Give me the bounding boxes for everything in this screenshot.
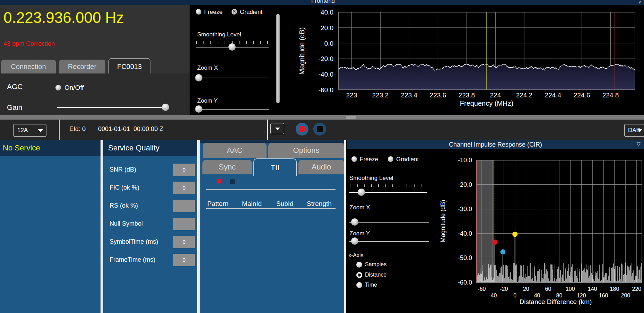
cir-collapse-icon[interactable]: ▽	[636, 141, 641, 147]
tii-col-mainid: MainId	[242, 200, 262, 208]
cir-xaxis-radio-time[interactable]	[356, 282, 362, 288]
tii-record-indicator-icon[interactable]	[217, 179, 222, 184]
vertical-splitter-handle[interactable]	[276, 14, 280, 103]
frontend-zoomx-handle[interactable]	[195, 74, 202, 81]
chevron-down-icon	[637, 129, 642, 132]
channel-value: 12A	[17, 127, 28, 134]
chevron-down-icon	[275, 128, 280, 130]
sq-label-fic: FIC (ok %)	[110, 184, 139, 191]
sq-value-nullsymbol	[173, 218, 195, 230]
frontend-zoomy-track[interactable]	[196, 109, 269, 110]
detail-panel: AAC Options Sync TII Audio Pattern MainI…	[200, 140, 344, 313]
detail-panel-top-strip	[200, 140, 344, 143]
collapse-chevron-icon[interactable]: ∨	[638, 0, 641, 5]
tuner-tab-content	[0, 73, 190, 115]
frontend-panel-titlebar: Frontend ∨	[0, 0, 644, 5]
gain-slider-handle[interactable]	[162, 104, 169, 111]
frontend-freeze-label: Freeze	[204, 9, 223, 16]
cir-xaxis-label-distance: Distance	[365, 272, 386, 278]
horizontal-splitter[interactable]	[0, 115, 644, 120]
cir-zoomx-label: Zoom X	[349, 204, 370, 211]
record-options-dropdown[interactable]	[270, 123, 284, 134]
frontend-gradient-checkbox[interactable]: ✕	[232, 9, 237, 15]
frontend-freeze-checkbox[interactable]	[196, 9, 201, 15]
service-quality-title: Service Quality	[108, 144, 159, 153]
frontend-zoomy-label: Zoom Y	[197, 97, 218, 104]
service-list-header: No Service	[0, 140, 101, 156]
cir-gradient-label: Gradient	[396, 156, 419, 163]
transport-divider	[59, 120, 60, 140]
tii-table-underline	[206, 208, 336, 209]
stop-icon	[317, 126, 323, 132]
channel-combobox[interactable]: 12A	[13, 124, 46, 137]
service-quality-header: Service Quality	[103, 140, 197, 156]
frontend-zoomx-track[interactable]	[196, 78, 269, 78]
panel-divider-2[interactable]	[197, 140, 200, 313]
tab-connection[interactable]: Connection	[1, 60, 56, 73]
tii-col-pattern: Pattern	[207, 200, 228, 208]
sq-value-rs	[173, 200, 195, 212]
cir-xaxis-radio-distance[interactable]	[356, 272, 362, 278]
frontend-panel-title: Frontend	[311, 0, 335, 5]
frontend-zoomy-handle[interactable]	[195, 105, 202, 113]
frontend-chart-zone	[190, 5, 644, 115]
tab-fc0013[interactable]: FC0013	[108, 58, 150, 73]
agc-label: AGC	[7, 82, 23, 91]
no-service-label: No Service	[3, 144, 40, 153]
cir-freeze-checkbox[interactable]	[351, 156, 357, 162]
mode-combobox[interactable]: DAB	[624, 124, 644, 137]
tii-col-strength: Strength	[307, 200, 332, 208]
cir-zoomy-track[interactable]	[349, 241, 429, 242]
agc-toggle[interactable]	[55, 85, 61, 90]
cir-smoothing-ticks	[350, 184, 427, 187]
ensemble-id-label: EId: 0	[69, 125, 86, 133]
cir-zoomx-handle[interactable]	[351, 218, 358, 226]
gain-slider-track[interactable]	[57, 107, 167, 108]
agc-toggle-label: On/Off	[64, 84, 84, 92]
cir-zoomy-handle[interactable]	[351, 237, 358, 245]
cir-xaxis-group-label: x-Axis	[348, 252, 364, 259]
tii-stop-indicator-icon[interactable]	[230, 179, 235, 184]
sq-value-frametime: 0	[173, 254, 195, 266]
tab-audio[interactable]: Audio	[298, 160, 344, 174]
tab-recorder[interactable]: Recorder	[59, 60, 105, 73]
tab-tii[interactable]: TII	[253, 158, 297, 176]
service-quality-body: SNR (dB) 0 FIC (ok %) 0 RS (ok %) Null S…	[103, 156, 197, 313]
frontend-smoothing-label: Smoothing Level	[197, 31, 241, 38]
transport-bar: 12A EId: 0 0001-01-01 00:00:00 Z DAB	[0, 120, 644, 140]
checked-x-icon: ✕	[232, 9, 237, 14]
stop-button[interactable]	[313, 123, 326, 136]
sq-label-symboltime: SymbolTime (ms)	[110, 238, 158, 245]
splitter-grip	[346, 116, 356, 119]
service-list-body[interactable]	[0, 156, 101, 313]
sq-label-snr: SNR (dB)	[110, 166, 136, 173]
tab-options[interactable]: Options	[268, 143, 344, 158]
panel-divider-1[interactable]	[101, 140, 103, 313]
cir-zoomx-track[interactable]	[349, 222, 429, 223]
sq-value-fic: 0	[173, 182, 195, 194]
cir-smoothing-label: Smoothing Level	[349, 175, 393, 182]
cir-zoomy-label: Zoom Y	[349, 230, 370, 237]
cir-xaxis-label-samples: Samples	[365, 261, 386, 268]
sq-label-frametime: FrameTime (ms)	[110, 256, 155, 263]
record-icon	[299, 126, 305, 132]
transport-divider-2	[267, 120, 268, 140]
cir-xaxis-radio-samples[interactable]	[356, 262, 362, 268]
tab-aac[interactable]: AAC	[203, 143, 267, 158]
tii-col-subid: SubId	[276, 200, 294, 208]
tii-separator	[206, 189, 336, 190]
ppm-correction-label: 43 ppm Correction	[3, 40, 55, 47]
timestamp-label: 0001-01-01 00:00:00 Z	[98, 125, 163, 133]
cir-header: Channel Impulse Response (CIR) ▽	[347, 140, 644, 149]
tab-sync[interactable]: Sync	[202, 160, 252, 174]
record-button[interactable]	[296, 123, 308, 136]
cir-panel: Channel Impulse Response (CIR) ▽ Freeze …	[347, 140, 644, 313]
cir-smoothing-handle[interactable]	[358, 189, 365, 196]
sq-value-symboltime: 0	[173, 236, 195, 248]
cir-gradient-checkbox[interactable]	[388, 156, 393, 162]
tuned-frequency-readout: 0.223.936.000 Hz	[3, 9, 124, 26]
frontend-gradient-label: Gradient	[240, 9, 262, 16]
frontend-smoothing-handle[interactable]	[228, 43, 236, 51]
sq-label-rs: RS (ok %)	[110, 202, 138, 209]
cir-xaxis-label-time: Time	[365, 282, 377, 288]
